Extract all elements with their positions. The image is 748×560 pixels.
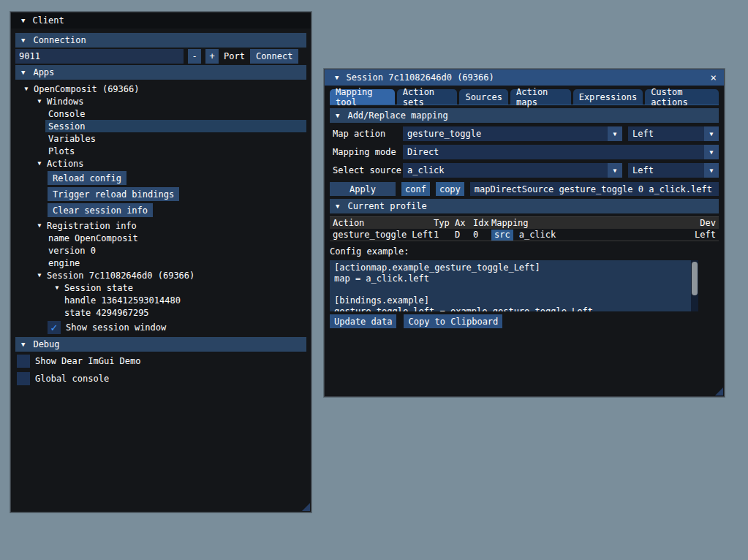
profile-table: Action Typ Ax Idx Mapping Dev gesture_to…	[330, 216, 719, 241]
chevron-down-icon[interactable]: ▼	[704, 163, 719, 178]
col-action: Action	[330, 218, 434, 228]
close-icon[interactable]: ×	[709, 72, 718, 83]
chevron-down-icon[interactable]: ▼	[704, 145, 719, 159]
config-example-textarea[interactable]: [actionmap.example_gesture_toggle_Left] …	[330, 260, 698, 311]
update-data-button[interactable]: Update data	[330, 314, 396, 328]
config-buttons-row: Update data Copy to Clipboard	[330, 314, 719, 328]
tree-expand-icon: ▼	[53, 284, 61, 291]
tree-node-windows[interactable]: ▼ Windows	[15, 95, 306, 107]
checkbox-unchecked[interactable]	[17, 355, 30, 368]
tree-item-variables[interactable]: Variables	[15, 132, 306, 145]
session-window-title: Session 7c11082646d0 (69366)	[346, 72, 494, 83]
tree-expand-icon: ▼	[36, 272, 43, 279]
combo-value: a_click	[403, 165, 608, 175]
tree-item-plots[interactable]: Plots	[15, 145, 306, 157]
tree-label: state 4294967295	[64, 308, 149, 318]
select-source-side-combo[interactable]: Left ▼	[628, 163, 719, 178]
add-replace-mapping-header[interactable]: ▼ Add/Replace mapping	[330, 108, 719, 123]
port-increment-button[interactable]: +	[205, 49, 219, 64]
scrollbar-thumb[interactable]	[692, 262, 698, 295]
copy-to-clipboard-button[interactable]: Copy to Clipboard	[404, 314, 502, 328]
map-action-side-combo[interactable]: Left ▼	[628, 126, 719, 141]
resize-grip[interactable]	[715, 387, 723, 396]
tab-custom-actions[interactable]: Custom actions	[645, 89, 719, 105]
cell-typ: 1	[434, 230, 455, 240]
apps-section-header[interactable]: ▼ Apps	[15, 65, 306, 80]
port-input[interactable]	[15, 49, 184, 64]
cell-action: gesture_toggle Left	[330, 230, 434, 240]
config-example-label: Config example:	[330, 246, 719, 257]
checkbox-checked[interactable]: ✓	[48, 321, 61, 334]
current-profile-header[interactable]: ▼ Current profile	[330, 199, 719, 213]
resize-grip[interactable]	[302, 503, 310, 511]
src-button[interactable]: src	[491, 230, 513, 241]
connection-header-label: Connection	[33, 35, 86, 45]
cell-idx: 0	[473, 230, 491, 240]
tab-expressions[interactable]: Expressions	[573, 89, 643, 105]
table-header-row: Action Typ Ax Idx Mapping Dev	[330, 216, 719, 229]
tree-expand-icon: ▼	[36, 98, 43, 105]
map-action-label: Map action	[330, 129, 403, 139]
mapping-mode-combo[interactable]: Direct ▼	[403, 145, 719, 159]
port-decrement-button[interactable]: -	[188, 49, 201, 64]
mapping-value: a_click	[519, 230, 556, 240]
apply-row: Apply conf copy mapDirectSource gesture_…	[330, 182, 719, 196]
tree-label: Session state	[64, 283, 133, 293]
col-dev: Dev	[684, 218, 719, 228]
tree-node-session[interactable]: ▼ Session 7c11082646d0 (69366)	[15, 269, 306, 281]
conf-button[interactable]: conf	[401, 182, 430, 196]
collapse-arrow-icon[interactable]: ▼	[21, 18, 25, 24]
tab-sources[interactable]: Sources	[459, 89, 508, 105]
scrollbar-track[interactable]	[691, 260, 698, 311]
chevron-down-icon[interactable]: ▼	[608, 163, 622, 178]
checkbox-unchecked[interactable]	[17, 372, 30, 385]
apps-header-label: Apps	[33, 67, 54, 77]
session-titlebar[interactable]: ▼ Session 7c11082646d0 (69366) ×	[325, 69, 724, 86]
combo-value: Direct	[403, 147, 704, 157]
mapping-command-field[interactable]: mapDirectSource gesture_toggle 0 a_click…	[470, 182, 719, 196]
tree-label: name OpenComposit	[48, 233, 138, 243]
tree-node-actions[interactable]: ▼ Actions	[15, 157, 306, 170]
tab-action-sets[interactable]: Action sets	[397, 89, 458, 105]
show-session-window-checkbox[interactable]: ✓ Show session window	[48, 321, 306, 334]
tree-item-session[interactable]: Session	[15, 120, 306, 132]
tree-node-registration-info[interactable]: ▼ Registration info	[15, 219, 306, 232]
tab-mapping-tool[interactable]: Mapping tool	[330, 89, 395, 105]
chevron-down-icon[interactable]: ▼	[608, 126, 622, 141]
debug-header-label: Debug	[33, 339, 59, 349]
config-example-text[interactable]: [actionmap.example_gesture_toggle_Left] …	[330, 260, 691, 311]
checkmark-icon: ✓	[50, 322, 58, 333]
profile-header-label: Current profile	[347, 201, 426, 211]
trigger-reload-bindings-button[interactable]: Trigger reload bindings	[48, 187, 179, 201]
chevron-down-icon[interactable]: ▼	[704, 126, 719, 141]
col-idx: Idx	[473, 218, 491, 228]
map-action-combo[interactable]: gesture_toggle ▼	[403, 126, 622, 141]
tree-item-console[interactable]: Console	[15, 107, 306, 120]
show-imgui-demo-checkbox[interactable]: Show Dear ImGui Demo	[17, 355, 306, 368]
collapse-arrow-icon[interactable]: ▼	[335, 75, 339, 81]
tree-node-session-state[interactable]: ▼ Session state	[15, 281, 306, 294]
checkbox-label: Global console	[35, 374, 109, 384]
client-window-content: ▼ Connection - + Port Connect ▼ Apps ▼ O…	[11, 29, 311, 385]
cell-ax: D	[455, 230, 473, 240]
tree-node-opencomposit[interactable]: ▼ OpenComposit (69366)	[15, 83, 306, 95]
debug-section-header[interactable]: ▼ Debug	[15, 337, 306, 352]
reload-config-button[interactable]: Reload config	[48, 171, 126, 185]
copy-button[interactable]: copy	[436, 182, 464, 196]
tab-action-maps[interactable]: Action maps	[510, 89, 571, 105]
session-window: ▼ Session 7c11082646d0 (69366) × Mapping…	[324, 69, 725, 397]
col-mapping: Mapping	[491, 218, 684, 228]
client-titlebar[interactable]: ▼ Client	[11, 12, 311, 29]
tree-label: handle 136412593014480	[64, 295, 181, 306]
collapse-arrow-icon: ▼	[21, 69, 25, 76]
connection-section-header[interactable]: ▼ Connection	[15, 33, 306, 48]
table-row[interactable]: gesture_toggle Left 1 D 0 src a_click Le…	[330, 229, 719, 241]
clear-session-info-button[interactable]: Clear session info	[48, 203, 153, 217]
connect-button[interactable]: Connect	[250, 49, 299, 64]
mapping-mode-label: Mapping mode	[330, 147, 403, 157]
collapse-arrow-icon: ▼	[21, 37, 25, 44]
global-console-checkbox[interactable]: Global console	[17, 372, 306, 385]
tree-label: Windows	[47, 97, 84, 107]
apply-button[interactable]: Apply	[330, 182, 396, 196]
select-source-combo[interactable]: a_click ▼	[403, 163, 622, 178]
